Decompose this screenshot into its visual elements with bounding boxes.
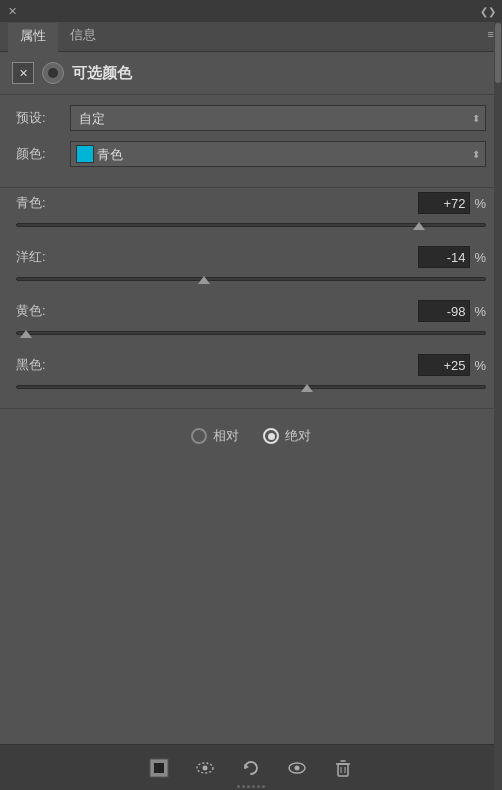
- radio-relative-label: 相对: [213, 427, 239, 445]
- svg-point-6: [295, 765, 300, 770]
- bottom-toolbar: [0, 744, 502, 790]
- cyan-slider-row: 青色: +72 %: [16, 192, 486, 232]
- color-select[interactable]: 青色: [70, 141, 486, 167]
- tab-properties[interactable]: 属性: [8, 23, 58, 52]
- radio-relative[interactable]: 相对: [191, 427, 239, 445]
- radio-group: 相对 绝对: [0, 409, 502, 461]
- grip-indicator: [237, 785, 265, 788]
- svg-rect-7: [338, 764, 348, 776]
- refresh-icon[interactable]: [237, 754, 265, 782]
- cyan-slider-track[interactable]: [16, 218, 486, 232]
- magenta-pct: %: [474, 250, 486, 265]
- radio-relative-button[interactable]: [191, 428, 207, 444]
- radio-absolute-inner: [268, 433, 275, 440]
- preset-row: 预设: 自定: [16, 105, 486, 131]
- preset-select[interactable]: 自定: [70, 105, 486, 131]
- radio-absolute[interactable]: 绝对: [263, 427, 311, 445]
- tabs-bar: 属性 信息 ≡: [0, 22, 502, 52]
- color-select-wrapper[interactable]: 青色: [70, 141, 486, 167]
- properties-panel: ✕ 可选颜色 预设: 自定 颜色: 青色: [0, 52, 502, 461]
- radio-absolute-label: 绝对: [285, 427, 311, 445]
- cyan-pct: %: [474, 196, 486, 211]
- scrollbar[interactable]: [494, 22, 502, 790]
- scrollbar-thumb[interactable]: [495, 23, 501, 83]
- mask-icon[interactable]: ✕: [12, 62, 34, 84]
- yellow-label: 黄色:: [16, 302, 66, 320]
- trash-icon[interactable]: [329, 754, 357, 782]
- black-slider-row: 黑色: +25 %: [16, 354, 486, 394]
- magenta-label: 洋红:: [16, 248, 66, 266]
- panel-header: ✕ 可选颜色: [0, 52, 502, 94]
- preset-select-wrapper[interactable]: 自定: [70, 105, 486, 131]
- magenta-slider-row: 洋红: -14 %: [16, 246, 486, 286]
- sliders-section: 青色: +72 % 洋红: -14 %: [0, 188, 502, 394]
- magenta-slider-track[interactable]: [16, 272, 486, 286]
- black-value[interactable]: +25: [418, 354, 470, 376]
- yellow-pct: %: [474, 304, 486, 319]
- tab-info[interactable]: 信息: [58, 22, 108, 51]
- svg-point-3: [203, 765, 208, 770]
- title-bar: ✕ ❮❯: [0, 0, 502, 22]
- preset-label: 预设:: [16, 109, 70, 127]
- yellow-slider-row: 黄色: -98 %: [16, 300, 486, 340]
- color-row: 颜色: 青色: [16, 141, 486, 167]
- panel-title: 可选颜色: [72, 64, 132, 83]
- cyan-value[interactable]: +72: [418, 192, 470, 214]
- magenta-value[interactable]: -14: [418, 246, 470, 268]
- radio-absolute-button[interactable]: [263, 428, 279, 444]
- close-button[interactable]: ✕: [6, 5, 18, 17]
- yellow-slider-track[interactable]: [16, 326, 486, 340]
- yellow-value[interactable]: -98: [418, 300, 470, 322]
- black-slider-track[interactable]: [16, 380, 486, 394]
- expand-button[interactable]: ❮❯: [480, 6, 496, 17]
- svg-rect-1: [154, 763, 164, 773]
- black-label: 黑色:: [16, 356, 66, 374]
- eye-icon[interactable]: [283, 754, 311, 782]
- color-label: 颜色:: [16, 145, 70, 163]
- eye-dotted-icon[interactable]: [191, 754, 219, 782]
- mask-tool-icon[interactable]: [145, 754, 173, 782]
- circle-icon: [42, 62, 64, 84]
- cyan-label: 青色:: [16, 194, 66, 212]
- black-pct: %: [474, 358, 486, 373]
